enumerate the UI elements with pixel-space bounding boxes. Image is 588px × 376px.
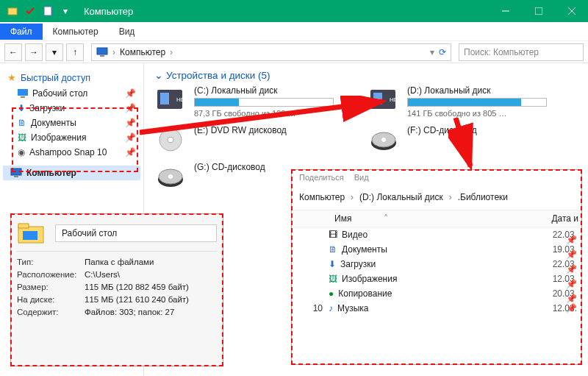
- sidebar-item-computer[interactable]: Компьютер: [3, 166, 140, 180]
- svg-rect-27: [18, 224, 29, 228]
- chevron-right-icon: ›: [112, 47, 115, 57]
- menu-computer[interactable]: Компьютер: [43, 24, 109, 40]
- maximize-button[interactable]: [522, 0, 555, 22]
- list-item[interactable]: 📌🖼Изображения12.03.: [292, 272, 581, 286]
- menu-file[interactable]: Файл: [0, 24, 43, 40]
- sidebar-item-label: Рабочий стол: [32, 88, 87, 99]
- drive-c[interactable]: HD (C:) Локальный диск 87,3 ГБ свободно …: [154, 85, 345, 118]
- pin-icon: 📌: [125, 88, 136, 99]
- svg-point-19: [168, 137, 173, 143]
- drive-name: (C:) Локальный диск: [194, 85, 345, 96]
- sidebar-item-label: Изображения: [31, 132, 86, 143]
- subwin-address-bar[interactable]: Компьютер› (D:) Локальный диск› .Библиот…: [292, 185, 581, 210]
- properties-panel: Рабочий стол Тип:Папка с файлами Располо…: [10, 213, 223, 366]
- sort-icon: ˄: [384, 213, 388, 224]
- svg-rect-16: [373, 93, 382, 104]
- pin-icon: 📌: [566, 249, 577, 260]
- list-item-label: Видео: [342, 230, 368, 240]
- prop-location-label: Расположение:: [17, 270, 85, 279]
- music-icon: ♪: [329, 303, 333, 313]
- pin-icon: 📌: [125, 103, 136, 113]
- drive-name: (F:) CD-дисковод: [407, 125, 559, 135]
- list-item-label: Копирование: [338, 288, 392, 299]
- nav-forward-button[interactable]: →: [25, 43, 43, 61]
- pin-icon: 📌: [566, 235, 577, 245]
- subwin-column-headers[interactable]: Имя ˄ Дата и: [292, 210, 581, 227]
- section-devices-header[interactable]: ⌄ Устройства и диски (5): [154, 69, 581, 81]
- chevron-down-icon: ⌄: [154, 69, 163, 81]
- sidebar-item-pictures[interactable]: 🖼 Изображения 📌: [3, 130, 140, 145]
- nav-history-button[interactable]: ▾: [46, 43, 63, 61]
- qat-doc-icon[interactable]: [40, 3, 56, 19]
- pc-icon: [10, 168, 22, 178]
- list-item[interactable]: 📌⬇Загрузки22.03.: [292, 257, 581, 272]
- pin-icon: 📌: [566, 303, 577, 313]
- list-item[interactable]: 📌●Копирование20.03.: [292, 286, 581, 301]
- drive-d[interactable]: HD (D:) Локальный диск 141 ГБ свободно и…: [368, 85, 559, 118]
- subwin-tab-view[interactable]: Вид: [354, 173, 369, 182]
- hdd-icon: HD: [368, 85, 400, 115]
- chevron-right-icon: ›: [170, 47, 173, 57]
- app-icon: ◉: [18, 147, 25, 157]
- list-item[interactable]: 📌🗎Документы19.03.: [292, 242, 581, 257]
- pc-icon: [96, 47, 108, 57]
- list-item[interactable]: 📌🎞Видео22.03.: [292, 227, 581, 242]
- drive-usage-bar: [407, 98, 547, 107]
- drive-f[interactable]: (F:) CD-дисковод: [368, 125, 559, 155]
- qat-dropdown-icon[interactable]: ▾: [57, 3, 74, 19]
- prop-contains-label: Содержит:: [17, 308, 85, 316]
- prop-contains-value: Файлов: 303; папок: 27: [85, 308, 217, 316]
- sidebar-item-downloads[interactable]: ⬇ Загрузки 📌: [3, 101, 140, 116]
- pin-icon: 📌: [566, 279, 577, 289]
- document-icon: 🗎: [18, 118, 26, 128]
- svg-rect-28: [23, 231, 37, 240]
- sidebar-item-label: Загрузки: [29, 103, 65, 113]
- subwin-tab-share[interactable]: Поделиться: [299, 173, 344, 182]
- sidebar-item-documents[interactable]: 🗎 Документы 📌: [3, 116, 140, 130]
- picture-icon: 🖼: [18, 132, 26, 143]
- document-icon: 🗎: [329, 244, 337, 255]
- subwin-crumb-b[interactable]: (D:) Локальный диск: [359, 192, 443, 202]
- svg-rect-7: [100, 55, 104, 57]
- sidebar-item-desktop[interactable]: Рабочий стол 📌: [3, 86, 140, 101]
- sidebar-item-ashampoo[interactable]: ◉ Ashampoo Snap 10 📌: [3, 145, 140, 160]
- pin-icon: 📌: [125, 132, 136, 143]
- prop-size-value: 115 МБ (120 882 459 байт): [85, 283, 217, 291]
- list-item-label: Музыка: [337, 303, 368, 313]
- star-icon: ★: [7, 72, 16, 83]
- address-dropdown-icon[interactable]: ▾: [430, 47, 434, 57]
- refresh-icon[interactable]: ⟳: [439, 47, 446, 57]
- close-button[interactable]: [555, 0, 588, 22]
- drive-info-text: 87,3 ГБ свободно из 120 …: [194, 109, 345, 118]
- svg-text:HD: HD: [176, 96, 185, 103]
- col-date[interactable]: Дата и: [537, 210, 581, 227]
- menu-view[interactable]: Вид: [109, 24, 146, 40]
- svg-rect-9: [21, 96, 25, 98]
- sidebar-quick-label: Быстрый доступ: [21, 73, 90, 83]
- breadcrumb-root[interactable]: Компьютер: [120, 47, 165, 57]
- prop-type-label: Тип:: [17, 258, 85, 266]
- nav-back-button[interactable]: ←: [4, 43, 22, 61]
- nav-up-button[interactable]: ↑: [66, 43, 84, 61]
- sidebar-quick-access[interactable]: ★ Быстрый доступ: [3, 69, 140, 86]
- hdd-icon: HD: [154, 85, 187, 115]
- pin-icon: 📌: [566, 294, 577, 304]
- qat-check-icon[interactable]: [22, 3, 38, 19]
- subwin-crumb-a[interactable]: Компьютер: [299, 192, 345, 202]
- svg-point-25: [168, 174, 173, 179]
- address-bar[interactable]: › Компьютер › ▾ ⟳: [91, 43, 451, 61]
- col-name[interactable]: Имя ˄: [329, 210, 537, 227]
- svg-rect-13: [160, 93, 169, 104]
- minimize-button[interactable]: [489, 0, 522, 22]
- svg-rect-10: [11, 169, 21, 175]
- list-item-label: Изображения: [342, 274, 397, 284]
- list-item-label: Документы: [342, 244, 387, 255]
- properties-name-field[interactable]: Рабочий стол: [55, 224, 217, 242]
- drive-name: (E:) DVD RW дисковод: [194, 125, 345, 135]
- search-input[interactable]: Поиск: Компьютер: [459, 43, 584, 61]
- svg-rect-1: [44, 7, 51, 15]
- qat-folder-icon[interactable]: [4, 3, 21, 19]
- list-item[interactable]: 10 📌♪Музыка12.03.: [292, 301, 581, 316]
- drive-e[interactable]: (E:) DVD RW дисковод: [154, 125, 345, 155]
- subwin-crumb-c[interactable]: .Библиотеки: [458, 192, 508, 202]
